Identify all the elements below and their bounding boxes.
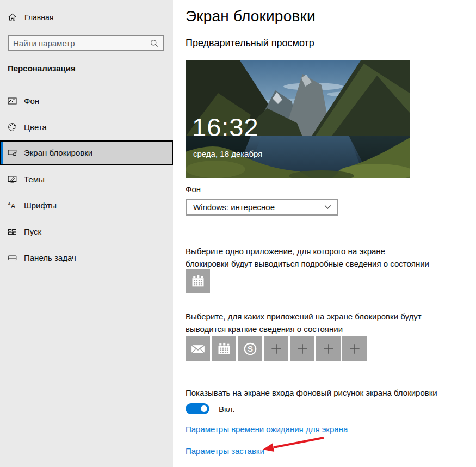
background-dropdown[interactable]: Windows: интересное xyxy=(186,199,338,216)
taskbar-icon xyxy=(8,253,17,262)
page-title: Экран блокировки xyxy=(186,8,316,25)
mail-icon xyxy=(190,341,206,357)
sidebar-item-label: Панель задач xyxy=(24,253,76,262)
quick-status-app-calendar[interactable] xyxy=(212,336,236,361)
plus-icon xyxy=(295,342,310,356)
sidebar-item-fonts[interactable]: AA Шрифты xyxy=(0,194,173,216)
calendar-icon xyxy=(190,274,206,289)
preview-heading: Предварительный просмотр xyxy=(186,38,314,49)
sidebar-item-taskbar[interactable]: Панель задач xyxy=(0,247,173,268)
plus-icon xyxy=(348,342,362,356)
skype-icon: S xyxy=(242,341,258,357)
background-label: Фон xyxy=(186,185,201,194)
themes-icon xyxy=(8,175,17,184)
fonts-icon: AA xyxy=(8,201,17,210)
svg-text:A: A xyxy=(8,201,11,206)
sidebar-item-label: Темы xyxy=(24,175,45,184)
quick-status-add-app-button[interactable] xyxy=(264,336,288,361)
selected-accent-bar xyxy=(1,142,3,164)
sidebar-section-title: Персонализация xyxy=(8,64,76,73)
calendar-icon xyxy=(217,341,232,357)
quick-status-app-mail[interactable] xyxy=(186,336,210,361)
search-box[interactable] xyxy=(8,35,164,51)
home-icon xyxy=(8,13,17,22)
quick-status-app-skype[interactable]: S xyxy=(238,336,262,361)
quick-status-add-app-button[interactable] xyxy=(342,336,367,361)
toggle-state-label: Вкл. xyxy=(219,404,235,414)
background-icon xyxy=(8,96,17,106)
search-input[interactable] xyxy=(9,39,150,48)
preview-clock-time: 16:32 xyxy=(192,114,259,140)
sidebar-item-label: Шрифты xyxy=(24,201,57,210)
detailed-status-text: Выберите одно приложение, для которого н… xyxy=(186,245,430,270)
quick-status-app-row: S xyxy=(186,336,367,361)
search-icon xyxy=(150,39,159,48)
plus-icon xyxy=(322,342,336,356)
quick-status-add-app-button[interactable] xyxy=(290,336,314,361)
preview-clock-date: среда, 18 декабря xyxy=(193,149,262,158)
screensaver-settings-link[interactable]: Параметры заставки xyxy=(186,446,264,456)
annotation-arrow xyxy=(259,435,328,452)
quick-status-add-app-button[interactable] xyxy=(316,336,341,361)
sign-in-background-toggle[interactable] xyxy=(186,403,209,414)
colors-icon xyxy=(8,122,17,132)
screen-timeout-settings-link[interactable]: Параметры времени ожидания для экрана xyxy=(186,425,348,434)
sidebar-item-label: Цвета xyxy=(24,122,47,132)
sidebar-item-background[interactable]: Фон xyxy=(0,90,173,112)
start-icon xyxy=(8,227,17,236)
sidebar: Главная Персонализация Фон Цвета xyxy=(0,0,173,467)
background-dropdown-value: Windows: интересное xyxy=(193,202,275,212)
sidebar-item-themes[interactable]: Темы xyxy=(0,168,173,190)
toggle-row: Вкл. xyxy=(186,403,235,414)
plus-icon xyxy=(269,342,283,356)
sidebar-item-label: Фон xyxy=(24,96,39,106)
quick-status-text: Выберите, для каких приложений на экране… xyxy=(186,310,430,335)
sign-in-background-text: Показывать на экране входа фоновый рисун… xyxy=(186,388,437,397)
sidebar-item-label: Пуск xyxy=(24,227,41,236)
sidebar-item-colors[interactable]: Цвета xyxy=(0,116,173,138)
sidebar-item-start[interactable]: Пуск xyxy=(0,220,173,242)
svg-text:A: A xyxy=(11,202,15,210)
toggle-knob xyxy=(201,405,207,412)
chevron-down-icon xyxy=(324,205,331,210)
sidebar-item-lock-screen[interactable]: Экран блокировки xyxy=(0,140,173,165)
home-label: Главная xyxy=(24,13,53,22)
detailed-status-app-button[interactable] xyxy=(186,269,210,293)
lock-screen-icon xyxy=(8,148,17,157)
lock-screen-preview: 16:32 среда, 18 декабря xyxy=(186,60,410,178)
home-button[interactable]: Главная xyxy=(8,13,53,22)
svg-text:S: S xyxy=(247,344,252,353)
sidebar-item-label: Экран блокировки xyxy=(24,148,92,157)
